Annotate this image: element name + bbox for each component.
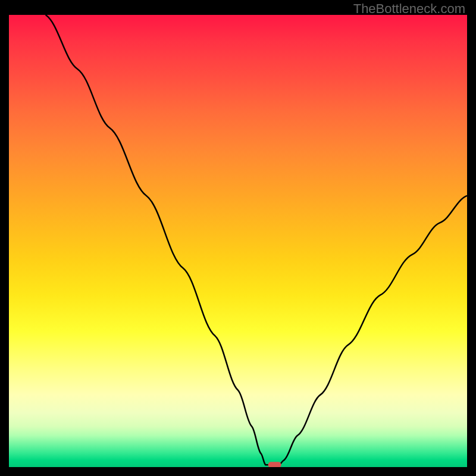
watermark-text: TheBottleneck.com <box>353 1 465 17</box>
chart-plot-area <box>9 15 467 467</box>
chart-svg <box>9 15 467 467</box>
minimum-marker <box>268 462 281 467</box>
bottleneck-curve-line <box>46 15 467 465</box>
